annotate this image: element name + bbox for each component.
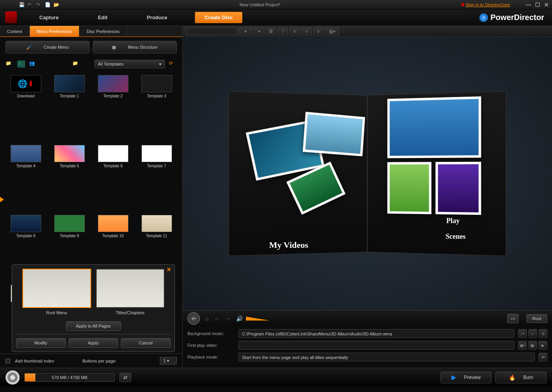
remove-video-icon[interactable]: ▣- [528,341,537,350]
font-size-select[interactable]: ▾ [238,27,253,35]
align-center-button[interactable]: ≡ [301,27,312,35]
menu-scenes-button[interactable]: Scenes [446,233,466,241]
tab-produce[interactable]: Produce [127,9,187,26]
template-item[interactable]: Template 6 [93,144,133,211]
subtab-menu-preferences[interactable]: Menu Preferences [30,26,80,37]
menu-structure-button[interactable]: ▦Menu Structure [93,41,177,53]
signin-link[interactable]: Sign in to DirectorZone [461,2,510,7]
refresh-icon[interactable]: ⟳ [169,60,177,68]
preview-video-icon[interactable]: ▶ [539,341,547,350]
root-menu-label: Root Menu [46,310,67,315]
add-video-icon[interactable]: ▣+ [518,341,527,350]
font-select[interactable] [186,27,237,35]
titles-chapters-label: Titles/Chapters [116,310,145,315]
playback-mode-field[interactable]: Start from the menu page and play all ti… [238,353,535,361]
preview-photo [387,96,481,158]
display-mode-button[interactable]: ▭ [507,314,519,323]
quick-toolbar: 💾 ↶ ↷ 📄 📂 [19,2,59,7]
directorzone-icon[interactable]: d [17,60,25,68]
bold-button[interactable]: B [266,27,276,35]
create-disc-button[interactable]: Create Disc [195,12,243,23]
brand-icon: ↑ [479,13,488,22]
status-dot-icon [461,3,464,6]
popup-close-icon[interactable]: ✕ [167,266,171,273]
template-item[interactable]: Template 1 [49,74,90,141]
music-settings-icon[interactable]: ⚙ [539,329,547,338]
menu-play-button[interactable]: Play [446,217,460,225]
root-menu-thumb[interactable] [22,269,91,308]
home-icon[interactable]: ⌂ [205,315,209,322]
modify-button[interactable]: Modify [16,338,66,348]
add-thumbnail-index-checkbox[interactable] [6,359,10,363]
preview-photo [303,112,365,156]
template-item[interactable]: 🌐⬇Download [6,74,46,141]
play-button[interactable]: ↩ [187,312,200,325]
capacity-text: 570 MB / 4700 MB [51,375,87,380]
template-item[interactable]: Template 5 [49,144,90,211]
root-button[interactable]: Root [526,314,547,323]
template-item[interactable]: Template 7 [136,144,177,211]
swap-button[interactable]: ⇄ [119,373,131,382]
next-icon[interactable]: → [225,315,231,322]
folder-settings-icon[interactable]: 📁 [72,60,80,68]
redo-icon[interactable]: ↷ [36,2,42,7]
align-right-button[interactable]: ≡ [313,27,323,35]
align-left-button[interactable]: ≡ [290,27,300,35]
first-play-label: First play video: [187,343,235,348]
templates-filter-dropdown[interactable]: All Templates [94,60,165,68]
titles-chapters-thumb[interactable] [96,269,165,308]
font-color-button[interactable]: ▾ [254,27,264,35]
maximize-icon[interactable]: ☐ [535,2,540,8]
apply-all-pages-button[interactable]: Apply to All Pages [66,321,121,331]
cancel-button[interactable]: Cancel [121,338,171,348]
burn-button[interactable]: 🔥Burn [495,372,546,383]
playback-mode-label: Playback mode: [187,355,235,359]
create-menu-button[interactable]: 🖌️Create Menu [6,41,90,53]
app-logo-icon [5,11,17,23]
capacity-bar: 570 MB / 4700 MB [24,373,115,382]
remove-music-icon[interactable]: ♪- [528,329,537,338]
playback-mode-menu-icon[interactable]: ⇄ [539,353,547,361]
template-item[interactable]: Template 2 [93,74,133,141]
minimize-icon[interactable]: — [526,2,531,8]
structure-icon: ▦ [112,45,116,50]
preview-button[interactable]: ▶Preview [440,372,491,383]
prev-icon[interactable]: ← [214,315,220,322]
first-play-field[interactable] [238,341,514,350]
template-item[interactable]: Template 3 [136,74,177,141]
add-music-icon[interactable]: ♪+ [518,329,527,338]
open-icon[interactable]: 📂 [53,2,59,7]
tab-edit[interactable]: Edit [78,9,127,26]
apply-button[interactable]: Apply [69,338,118,348]
menu-preview: My Videos Play Scenes [183,37,552,310]
folder-download-icon[interactable]: 📁 [6,60,13,68]
more-options-button[interactable]: ▦▾ [325,27,339,35]
add-thumbnail-index-label: Add thumbnail index [15,359,54,363]
save-icon[interactable]: 💾 [19,2,24,7]
community-icon[interactable]: 👥 [29,60,37,68]
template-item[interactable]: Template 4 [6,144,46,211]
subtab-content[interactable]: Content [0,26,30,37]
italic-button[interactable]: I [278,27,288,35]
menu-title-text[interactable]: My Videos [269,240,308,250]
disc-icon [6,370,20,385]
tab-capture[interactable]: Capture [20,9,78,26]
preview-photo [435,162,481,215]
play-icon: ▶ [451,374,456,381]
subtab-disc-preferences[interactable]: Disc Preferences [79,26,127,37]
undo-icon[interactable]: ↶ [28,2,33,7]
bg-music-field[interactable]: C:\Program Files (x86)\CyberLink\ShareMe… [238,329,514,338]
volume-slider[interactable] [246,317,270,321]
brand-label: ↑ PowerDirector [479,13,544,22]
volume-icon[interactable]: 🔊 [236,315,243,322]
flame-icon: 🔥 [509,374,515,381]
buttons-per-page-select[interactable]: 1 ▾ [160,357,177,365]
preview-photo [387,162,431,214]
buttons-per-page-label: Buttons per page: [83,359,117,363]
paint-icon: 🖌️ [26,45,32,50]
bg-music-label: Background music: [187,331,235,336]
new-icon[interactable]: 📄 [45,2,50,7]
window-title: New Untitled Project* [59,2,461,7]
close-icon[interactable]: ✕ [544,2,549,8]
template-apply-popup: ✕ Root Menu Titles/Chapters Apply to All… [12,264,175,352]
